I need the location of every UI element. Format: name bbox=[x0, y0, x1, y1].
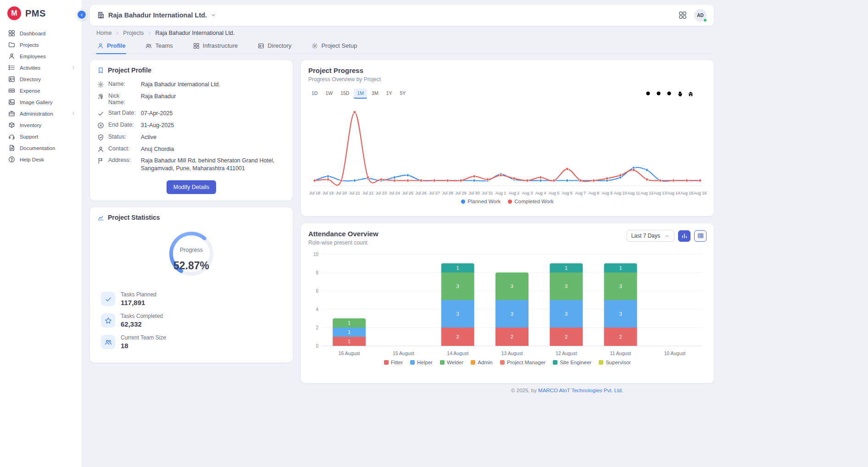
legend-item-planned-work[interactable]: Planned Work bbox=[461, 199, 501, 204]
range-button-1w[interactable]: 1W bbox=[322, 89, 336, 99]
chevron-down-icon bbox=[665, 234, 670, 239]
breadcrumb-item-projects[interactable]: Projects bbox=[123, 30, 144, 36]
svg-text:52.87%: 52.87% bbox=[173, 260, 209, 272]
home-icon[interactable] bbox=[687, 90, 694, 97]
zoom-out-icon[interactable] bbox=[656, 90, 662, 97]
logo-icon: M bbox=[7, 6, 21, 20]
field-label: Address: bbox=[108, 157, 137, 163]
sidebar-item-documentation[interactable]: Documentation bbox=[0, 142, 82, 154]
range-button-1d[interactable]: 1D bbox=[308, 89, 321, 99]
modify-details-button[interactable]: Modify Details bbox=[167, 180, 217, 194]
attendance-chart[interactable]: 024681011116 August15 August233114 Augus… bbox=[308, 249, 707, 359]
projects-icon bbox=[8, 41, 15, 48]
svg-text:Jul 30: Jul 30 bbox=[469, 191, 480, 195]
sidebar-item-directory[interactable]: Directory bbox=[0, 73, 82, 85]
zoom-in-icon[interactable] bbox=[645, 90, 652, 97]
profile-field-nick-name: Nick Name:Raja Bahadur bbox=[97, 93, 285, 106]
gear-icon bbox=[97, 81, 104, 88]
tab-teams[interactable]: Teams bbox=[145, 40, 173, 54]
pan-icon[interactable] bbox=[677, 90, 684, 97]
breadcrumb-item-home[interactable]: Home bbox=[96, 30, 111, 36]
profile-field-status: Status:Active bbox=[97, 133, 285, 141]
svg-text:Jul 25: Jul 25 bbox=[402, 191, 413, 195]
profile-field-address: Address:Raja Bahadur Mill Rd, behind She… bbox=[97, 157, 285, 172]
svg-text:Jul 24: Jul 24 bbox=[389, 191, 400, 195]
svg-text:Aug 7: Aug 7 bbox=[575, 191, 586, 195]
topbar-actions: AD bbox=[679, 9, 707, 22]
legend-item-welder[interactable]: Welder bbox=[440, 360, 463, 365]
svg-text:Aug 16: Aug 16 bbox=[694, 191, 707, 195]
tab-directory[interactable]: Directory bbox=[257, 40, 292, 54]
sidebar-item-employees[interactable]: Employees bbox=[0, 50, 82, 62]
employees-icon bbox=[8, 53, 15, 60]
range-button-3m[interactable]: 3M bbox=[368, 89, 382, 99]
svg-text:14 August: 14 August bbox=[447, 350, 468, 356]
chevron-right-icon bbox=[71, 111, 76, 116]
field-label: Nick Name: bbox=[108, 93, 137, 106]
sidebar-item-dashboard[interactable]: Dashboard bbox=[0, 28, 82, 39]
svg-text:Aug 1: Aug 1 bbox=[495, 191, 506, 195]
range-button-5y[interactable]: 5Y bbox=[396, 89, 409, 99]
svg-text:Aug 9: Aug 9 bbox=[601, 191, 612, 195]
legend-item-admin[interactable]: Admin bbox=[471, 360, 493, 365]
sidebar-collapse-button[interactable]: ‹ bbox=[77, 10, 87, 20]
legend-item-project-manager[interactable]: Project Manager bbox=[500, 360, 545, 365]
footer-company-link[interactable]: MARCO AIoT Technologies Pvt. Ltd. bbox=[538, 388, 623, 393]
legend-marker bbox=[471, 360, 475, 365]
tab-project-setup[interactable]: Project Setup bbox=[311, 40, 358, 54]
company-name: Raja Bahadur International Ltd. bbox=[108, 11, 207, 19]
attendance-title: Attendance Overview bbox=[308, 230, 378, 238]
sidebar-item-image-gallery[interactable]: Image Gallery bbox=[0, 96, 82, 108]
range-button-1y[interactable]: 1Y bbox=[383, 89, 395, 99]
legend-item-completed-work[interactable]: Completed Work bbox=[508, 199, 553, 204]
sidebar-item-activities[interactable]: Activities bbox=[0, 62, 82, 73]
help-desk-icon bbox=[8, 156, 15, 163]
sidebar-item-support[interactable]: Support bbox=[0, 131, 82, 142]
range-button-15d[interactable]: 15D bbox=[337, 89, 352, 99]
company-selector[interactable]: Raja Bahadur International Ltd. bbox=[97, 11, 216, 19]
legend-item-supervisor[interactable]: Supervisor bbox=[599, 360, 631, 365]
progress-chart-legend: Planned WorkCompleted Work bbox=[308, 199, 707, 204]
bookmark-icon bbox=[97, 67, 104, 74]
field-value: 31-Aug-2025 bbox=[141, 122, 174, 129]
sidebar-item-expense[interactable]: Expense bbox=[0, 85, 82, 96]
legend-item-site-engineer[interactable]: Site Engineer bbox=[553, 360, 591, 365]
apps-grid-icon[interactable] bbox=[679, 11, 687, 19]
menu-icon[interactable] bbox=[698, 90, 705, 97]
progress-chart-header: Project Progress Progress Overview by Pr… bbox=[308, 67, 707, 83]
svg-text:Jul 22: Jul 22 bbox=[362, 191, 373, 195]
svg-text:Aug 12: Aug 12 bbox=[640, 191, 654, 195]
breadcrumb-item-raja-bahadur-international-ltd: Raja Bahadur International Ltd. bbox=[156, 30, 235, 36]
date-range-value: Last 7 Days bbox=[631, 233, 660, 239]
topbar: Raja Bahadur International Ltd. AD bbox=[90, 5, 714, 26]
gear-icon bbox=[312, 43, 318, 49]
sidebar-item-projects[interactable]: Projects bbox=[0, 39, 82, 50]
table-view-toggle[interactable] bbox=[694, 230, 707, 242]
activities-icon bbox=[8, 64, 15, 71]
attendance-controls: Last 7 Days bbox=[627, 230, 707, 242]
avatar[interactable]: AD bbox=[694, 9, 707, 22]
tab-profile[interactable]: Profile bbox=[96, 40, 126, 54]
project-progress-chart[interactable]: Jul 18Jul 19Jul 20Jul 21Jul 22Jul 23Jul … bbox=[308, 100, 707, 198]
svg-text:2: 2 bbox=[565, 334, 568, 339]
field-value: 07-Apr-2025 bbox=[141, 110, 173, 117]
date-range-select[interactable]: Last 7 Days bbox=[627, 230, 674, 242]
online-status-dot bbox=[703, 18, 707, 22]
bar-view-toggle[interactable] bbox=[678, 230, 690, 242]
svg-text:3: 3 bbox=[565, 284, 568, 289]
svg-text:3: 3 bbox=[456, 284, 459, 289]
legend-item-fitter[interactable]: Fitter bbox=[384, 360, 403, 365]
profile-field-start-date: Start Date:07-Apr-2025 bbox=[97, 110, 285, 117]
sidebar-item-help-desk[interactable]: Help Desk bbox=[0, 154, 82, 165]
attendance-header: Attendance Overview Role-wise present co… bbox=[308, 230, 707, 246]
profile-card-header: Project Profile bbox=[97, 67, 285, 74]
sidebar-item-administration[interactable]: Administration bbox=[0, 108, 82, 119]
sidebar-item-inventory[interactable]: Inventory bbox=[0, 119, 82, 131]
tab-infrastructure[interactable]: Infrastructure bbox=[192, 40, 239, 54]
range-button-1m[interactable]: 1M bbox=[354, 89, 367, 99]
legend-item-helper[interactable]: Helper bbox=[410, 360, 433, 365]
field-value: Anuj Chordia bbox=[141, 145, 174, 153]
svg-text:Aug 13: Aug 13 bbox=[654, 191, 667, 195]
selection-zoom-icon[interactable] bbox=[666, 90, 673, 97]
chevron-right-icon bbox=[147, 31, 152, 36]
